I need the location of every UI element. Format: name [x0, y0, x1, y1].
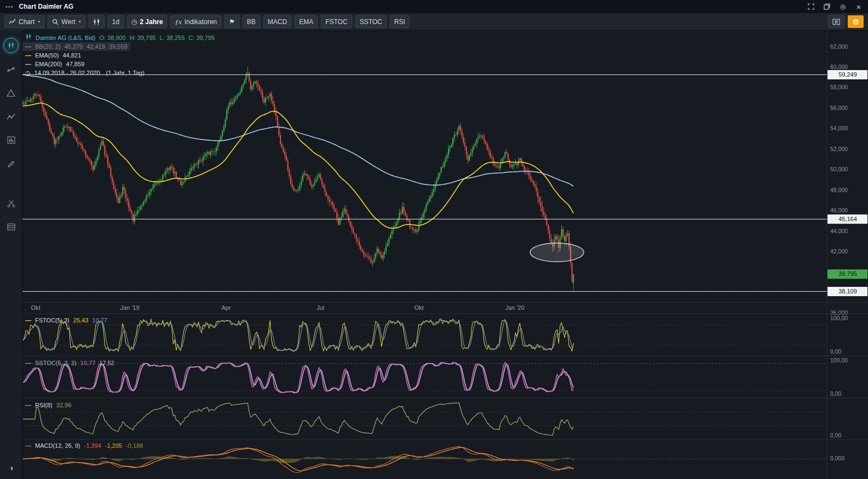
svg-text:38,109: 38,109 — [838, 288, 857, 295]
chart-menu-button[interactable]: Chart▾ — [4, 15, 44, 28]
trend-tool[interactable] — [4, 109, 18, 124]
drawing-toolbar: ◑ — [0, 30, 22, 479]
instrument-candles-icon — [25, 33, 32, 42]
range-button-glyph: ◷ — [131, 19, 137, 25]
macd-series-dash: — — [25, 442, 31, 450]
svg-text:54,000: 54,000 — [830, 125, 848, 131]
fstoc-k-value: 25,43 — [73, 316, 89, 325]
svg-text:52,000: 52,000 — [830, 146, 848, 152]
macd-toggle-button[interactable]: MACD — [263, 15, 291, 28]
chevron-down-icon: ▾ — [78, 19, 81, 24]
ema-toggle-button[interactable]: EMA — [295, 15, 318, 28]
svg-text:Jan '19: Jan '19 — [120, 304, 139, 311]
chart-legend: Daimler AG (L&S, Bid) O: 38,900 H: 39,79… — [25, 33, 215, 77]
svg-text:45,164: 45,164 — [838, 216, 857, 222]
draw-tool[interactable] — [4, 157, 18, 171]
layout-tool[interactable] — [4, 220, 18, 234]
bb-lower-value: 39,559 — [109, 43, 128, 51]
svg-text:Okt: Okt — [31, 304, 40, 311]
panel-legend-sstoc[interactable]: — SSTOC(5, 3, 3) 10,77 17,52 — [25, 359, 114, 367]
fullscreen-icon[interactable] — [807, 3, 815, 10]
settings-button-glyph: ⚙ — [852, 18, 859, 26]
wert-search-button-label: Wert — [61, 18, 75, 26]
fstoc-d-value: 10,77 — [92, 316, 107, 325]
ema50-line — [23, 103, 573, 228]
svg-text:48,000: 48,000 — [830, 187, 848, 193]
bookmark-button[interactable]: ⚑ — [225, 15, 239, 28]
panel-legend-rsi[interactable]: — RSI(8) 32,96 — [25, 401, 71, 409]
sstoc-series-dash: — — [25, 359, 31, 367]
chevron-down-icon: ▾ — [38, 19, 40, 24]
svg-text:0,000: 0,000 — [830, 455, 844, 461]
svg-text:0,00: 0,00 — [830, 348, 842, 355]
svg-text:42,000: 42,000 — [830, 248, 848, 255]
range-button[interactable]: ◷2 Jahre — [127, 15, 168, 28]
legend-ema50-row[interactable]: — EMA(50) 44,821 — [25, 51, 215, 60]
chart-type-button[interactable] — [89, 15, 105, 28]
rsi-series-dash: — — [25, 401, 31, 409]
svg-text:0,00: 0,00 — [830, 390, 842, 397]
measure-tool[interactable] — [4, 62, 18, 77]
sstoc-toggle-button[interactable]: SSTOC — [355, 15, 387, 28]
svg-text:100,00: 100,00 — [830, 357, 848, 363]
rsi-toggle-button[interactable]: RSI — [390, 15, 410, 28]
bb-toggle-button-label: BB — [247, 18, 256, 26]
titlebar: ••• Chart Daimler AG ◎ × — [0, 0, 868, 13]
bb-upper-value: 45,279 — [64, 43, 83, 51]
shapes-tool[interactable] — [4, 86, 18, 100]
sstoc-d-value: 17,52 — [99, 359, 114, 367]
rsi-value: 32,96 — [56, 401, 72, 409]
legend-instrument-row[interactable]: Daimler AG (L&S, Bid) O: 38,900 H: 39,79… — [25, 33, 215, 42]
bb-label: BB(20, 2) — [35, 43, 60, 51]
ema200-value: 47,859 — [66, 60, 85, 68]
svg-text:50,000: 50,000 — [830, 166, 848, 172]
sstoc-toggle-button-label: SSTOC — [360, 18, 382, 26]
toolbar: Chart▾Wert▾1d◷2 JahreƒxIndikatoren⚑BBMAC… — [0, 13, 868, 31]
ema-toggle-button-label: EMA — [299, 18, 313, 26]
ohlc-open: O: 38,900 — [99, 34, 125, 42]
bb-middle-value: 42,419 — [87, 43, 105, 51]
sstoc-k-value: 10,77 — [81, 359, 96, 367]
svg-text:100,00: 100,00 — [830, 315, 848, 321]
panel-legend-fstoc[interactable]: — FSTOC(5, 3) 25,43 10,77 — [25, 316, 107, 325]
svg-text:62,000: 62,000 — [830, 43, 848, 50]
window-title: Chart Daimler AG — [19, 3, 74, 10]
range-detail: (1 Jahr, 1 Tag) — [106, 69, 145, 77]
close-icon[interactable]: × — [855, 3, 863, 10]
svg-text:59,249: 59,249 — [838, 71, 857, 78]
rsi-toggle-button-label: RSI — [394, 18, 405, 26]
chart-tool[interactable] — [3, 38, 19, 53]
instrument-name: Daimler AG (L&S, Bid) — [36, 34, 95, 42]
ema50-series-dash: — — [25, 51, 31, 60]
ema50-value: 44,821 — [62, 51, 81, 60]
record-icon[interactable]: ◎ — [839, 3, 847, 10]
popout-icon[interactable] — [823, 3, 831, 10]
indikatoren-button-glyph: ƒx — [175, 18, 181, 25]
rsi-label: RSI(8) — [35, 401, 53, 409]
candles-icon — [93, 19, 100, 25]
legend-bb-row[interactable]: — BB(20, 2) 45,279 42,419 39,559 — [22, 42, 130, 51]
bb-toggle-button[interactable]: BB — [243, 15, 260, 28]
merge-view-button[interactable] — [828, 15, 844, 28]
window-menu-icon[interactable]: ••• — [5, 3, 14, 10]
svg-text:56,000: 56,000 — [830, 105, 848, 111]
interval-button[interactable]: 1d — [108, 15, 124, 28]
cut-tool[interactable] — [4, 196, 18, 210]
rsi-line — [23, 403, 573, 435]
stats-panel-tool[interactable] — [4, 133, 18, 147]
svg-text:60,000: 60,000 — [830, 64, 848, 70]
svg-text:39,795: 39,795 — [838, 270, 857, 277]
clock-icon: ◷ — [25, 69, 31, 77]
macd-line-value: -1,394 — [84, 442, 101, 450]
theme-toggle[interactable]: ◑ — [8, 463, 13, 472]
svg-text:Jul: Jul — [317, 304, 324, 311]
panel-legend-macd[interactable]: — MACD(12, 26, 9) -1,394 -1,205 -0,188 — [25, 441, 143, 450]
settings-button[interactable]: ⚙ — [848, 15, 864, 28]
fstoc-toggle-button[interactable]: FSTOC — [321, 15, 352, 28]
wert-search-button[interactable]: Wert▾ — [48, 15, 85, 28]
indikatoren-button[interactable]: ƒxIndikatoren — [170, 15, 221, 28]
legend-ema200-row[interactable]: — EMA(200) 47,859 — [25, 60, 215, 68]
svg-text:44,000: 44,000 — [830, 228, 848, 234]
macd-toggle-button-label: MACD — [268, 18, 287, 26]
svg-text:Jan '20: Jan '20 — [505, 304, 524, 311]
